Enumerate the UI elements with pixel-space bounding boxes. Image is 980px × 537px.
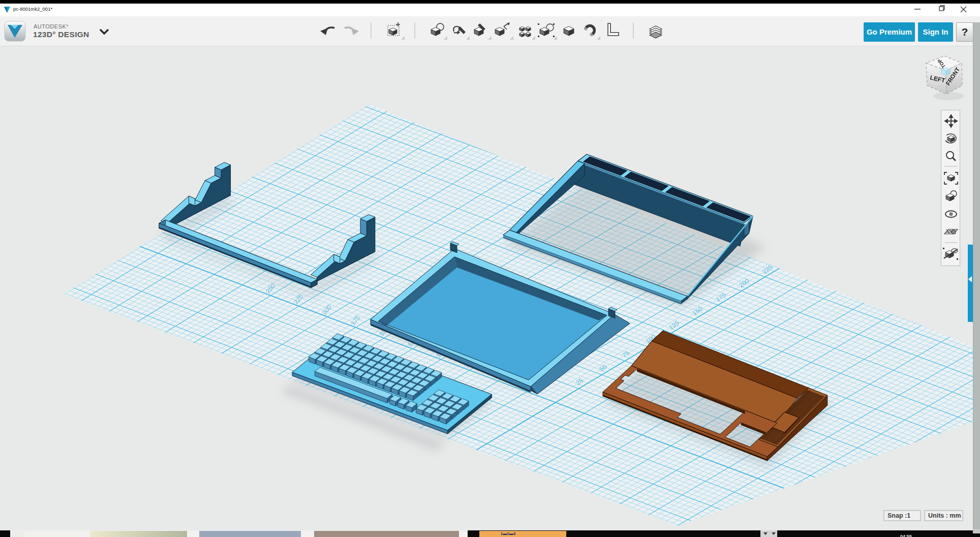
svg-text:250: 250	[785, 249, 798, 261]
